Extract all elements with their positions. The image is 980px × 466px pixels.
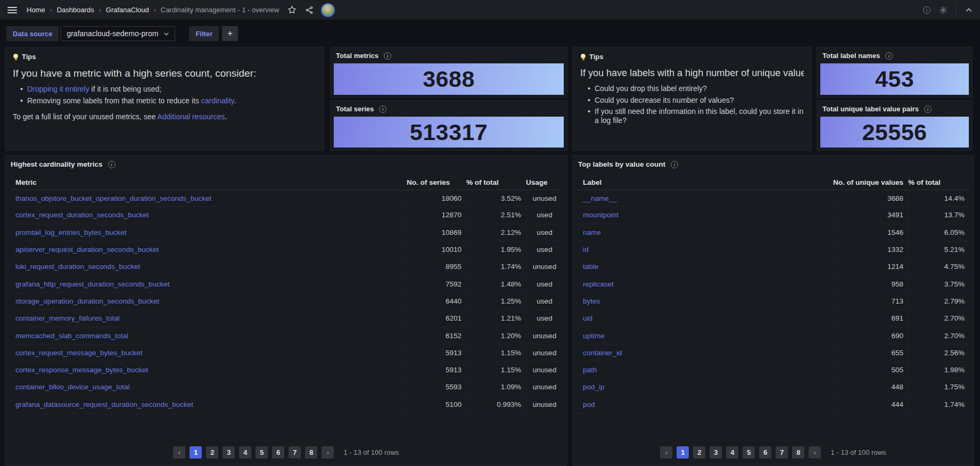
label-link[interactable]: id xyxy=(583,246,589,254)
prev-page-button[interactable]: ‹ xyxy=(173,446,185,459)
page-button-6[interactable]: 6 xyxy=(272,446,284,459)
info-icon[interactable] xyxy=(108,161,116,168)
metric-link[interactable]: grafana_http_request_duration_seconds_bu… xyxy=(15,280,170,288)
page-button-6[interactable]: 6 xyxy=(759,446,771,459)
page-button-2[interactable]: 2 xyxy=(693,446,705,459)
metric-link[interactable]: promtail_log_entries_bytes_bucket xyxy=(15,228,127,236)
metric-link[interactable]: cortex_response_message_bytes_bucket xyxy=(15,366,148,374)
pct-of-total: 6.05% xyxy=(908,224,969,241)
info-icon[interactable] xyxy=(885,52,893,60)
page-button-7[interactable]: 7 xyxy=(289,446,301,459)
metric-link[interactable]: grafana_datasource_request_duration_seco… xyxy=(15,400,193,408)
pct-of-total: 2.56% xyxy=(908,345,969,361)
info-icon[interactable] xyxy=(671,161,678,168)
label-link[interactable]: bytes xyxy=(583,297,600,305)
breadcrumb-grafanacloud[interactable]: GrafanaCloud xyxy=(106,6,149,14)
panel-title: Top labels by value count xyxy=(578,160,665,168)
drop-metric-link[interactable]: Dropping it entirely xyxy=(27,85,89,93)
tip-item: Dropping it entirely if it is not being … xyxy=(27,85,316,94)
breadcrumb: Home › Dashboards › GrafanaCloud › Cardi… xyxy=(27,6,279,14)
stat-value: 453 xyxy=(875,66,914,92)
breadcrumb-home[interactable]: Home xyxy=(27,6,45,14)
info-icon[interactable] xyxy=(379,105,386,113)
metric-link[interactable]: memcached_slab_commands_total xyxy=(15,332,128,340)
pct-of-total: 1.74% xyxy=(908,396,969,413)
panel-title: Total series xyxy=(336,105,374,113)
usage-value: used xyxy=(526,310,563,326)
page-button-5[interactable]: 5 xyxy=(743,446,755,459)
column-header-label[interactable]: Label xyxy=(577,178,833,186)
page-button-2[interactable]: 2 xyxy=(206,446,218,459)
star-icon[interactable] xyxy=(287,5,297,14)
panel-title: Tips xyxy=(589,53,604,61)
help-icon[interactable] xyxy=(923,6,930,14)
page-button-4[interactable]: 4 xyxy=(726,446,738,459)
metric-link[interactable]: apiserver_request_duration_seconds_bucke… xyxy=(15,246,159,254)
settings-gear-icon[interactable] xyxy=(939,6,948,14)
page-button-3[interactable]: 3 xyxy=(710,446,722,459)
column-header-usage[interactable]: Usage xyxy=(526,178,563,186)
stat-value: 25556 xyxy=(862,119,927,145)
metric-link[interactable]: cortex_request_message_bytes_bucket xyxy=(15,349,143,357)
label-link[interactable]: __name__ xyxy=(583,194,617,202)
filter-button[interactable]: Filter xyxy=(189,26,219,41)
page-button-7[interactable]: 7 xyxy=(776,446,788,459)
label-link[interactable]: table xyxy=(583,263,598,271)
next-page-button[interactable]: › xyxy=(322,446,334,459)
column-header-unique-values[interactable]: No. of unique values xyxy=(833,178,908,186)
column-header-metric[interactable]: Metric xyxy=(10,178,407,186)
metric-link[interactable]: loki_request_duration_seconds_bucket xyxy=(15,263,140,271)
label-link[interactable]: uptime xyxy=(583,332,605,340)
label-link[interactable]: replicaset xyxy=(583,280,614,288)
breadcrumb-dashboards[interactable]: Dashboards xyxy=(57,6,94,14)
metric-link[interactable]: cortex_request_duration_seconds_bucket xyxy=(15,211,149,219)
tip-item: Could you drop this label entirely? xyxy=(595,84,804,93)
unique-values-count: 3491 xyxy=(833,207,908,223)
caret-up-icon[interactable] xyxy=(965,6,973,14)
breadcrumb-current-dashboard: Cardinality management - 1 - overview xyxy=(161,6,279,14)
datasource-select[interactable]: grafanacloud-sedemo-prom xyxy=(61,26,175,41)
add-filter-button[interactable]: + xyxy=(222,26,238,41)
page-button-3[interactable]: 3 xyxy=(223,446,235,459)
next-page-button[interactable]: › xyxy=(809,446,821,459)
share-icon[interactable] xyxy=(305,6,314,14)
pct-of-total: 1.21% xyxy=(466,310,526,326)
page-button-1[interactable]: 1 xyxy=(190,446,202,459)
panel-title: Total unique label value pairs xyxy=(822,105,919,113)
metric-link[interactable]: storage_operation_duration_seconds_bucke… xyxy=(15,297,159,305)
label-link[interactable]: container_id xyxy=(583,349,622,357)
info-icon[interactable] xyxy=(924,105,932,113)
column-header-pct[interactable]: % of total xyxy=(908,178,969,186)
info-icon[interactable] xyxy=(384,52,391,60)
column-header-series[interactable]: No. of series xyxy=(407,178,466,186)
tip-text: . xyxy=(234,96,236,105)
column-header-pct[interactable]: % of total xyxy=(466,178,526,186)
label-link[interactable]: path xyxy=(583,366,597,374)
prev-page-button[interactable]: ‹ xyxy=(660,446,672,459)
cardinality-link[interactable]: cardinality xyxy=(201,96,234,105)
page-button-1[interactable]: 1 xyxy=(677,446,689,459)
page-button-8[interactable]: 8 xyxy=(792,446,804,459)
user-avatar[interactable] xyxy=(321,3,335,17)
label-link[interactable]: name xyxy=(583,228,601,236)
metric-link[interactable]: container_memory_failures_total xyxy=(15,314,120,322)
panel-highest-cardinality-metrics: Highest cardinality metrics Metric No. o… xyxy=(5,155,567,466)
label-link[interactable]: pod xyxy=(583,400,595,408)
page-button-5[interactable]: 5 xyxy=(256,446,268,459)
metric-link[interactable]: thanos_objstore_bucket_operation_duratio… xyxy=(15,194,212,202)
metric-link[interactable]: container_blkio_device_usage_total xyxy=(15,383,130,391)
stat-background: 453 xyxy=(820,63,969,95)
series-count: 10869 xyxy=(407,224,466,241)
label-link[interactable]: pod_ip xyxy=(583,383,605,391)
table-row: uptime6902.70% xyxy=(577,327,969,344)
label-link[interactable]: uid xyxy=(583,314,592,322)
chevron-down-icon xyxy=(163,31,169,37)
series-count: 6440 xyxy=(407,293,466,309)
tips-heading: If you have labels with a high number of… xyxy=(580,68,804,79)
series-count: 18060 xyxy=(407,190,466,206)
page-button-8[interactable]: 8 xyxy=(305,446,317,459)
additional-resources-link[interactable]: Additional resources xyxy=(158,112,225,121)
page-button-4[interactable]: 4 xyxy=(239,446,251,459)
menu-icon[interactable] xyxy=(7,7,17,13)
label-link[interactable]: mountpoint xyxy=(583,211,619,219)
